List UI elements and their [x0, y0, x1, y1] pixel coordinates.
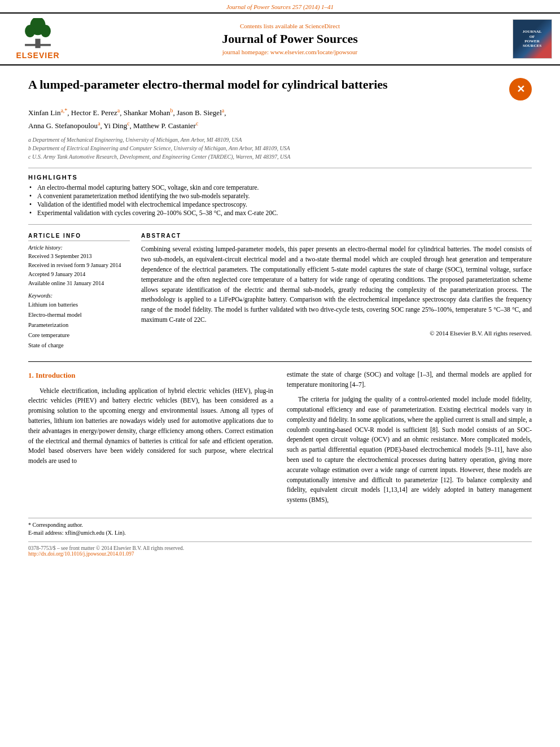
body-right-column: estimate the state of charge (SOC) and v… — [287, 370, 532, 510]
journal-thumbnail: JOURNALOFPOWERSOURCES — [511, 19, 553, 59]
article-title: A lumped-parameter electro-thermal model… — [28, 77, 504, 93]
divider-1 — [28, 168, 532, 168]
date-accepted: Accepted 9 January 2014 — [28, 270, 130, 279]
section-heading: 1. Introduction — [28, 370, 273, 381]
highlight-4: Experimental validation with cycles cove… — [28, 209, 532, 216]
intro-paragraph-right: estimate the state of charge (SOC) and v… — [287, 370, 532, 390]
history-label: Article history: — [28, 244, 130, 251]
abstract-text: Combining several existing lumped-parame… — [141, 244, 532, 325]
intro-paragraph-right-2: The criteria for judging the quality of … — [287, 395, 532, 505]
journal-cover-image: JOURNALOFPOWERSOURCES — [513, 19, 552, 59]
elsevier-label: ELSEVIER — [16, 51, 59, 60]
author-matthew: , Matthew P. Castanier — [130, 121, 196, 130]
svg-point-3 — [41, 25, 51, 37]
author-xinfan-sup: a,* — [60, 107, 67, 113]
info-dates: Received 3 September 2013 Received in re… — [28, 252, 130, 288]
top-bar: Journal of Power Sources 257 (2014) 1–41 — [0, 0, 560, 12]
elsevier-tree-icon — [15, 18, 60, 49]
main-content: A lumped-parameter electro-thermal model… — [0, 65, 560, 568]
highlight-3: Validation of the identified model with … — [28, 201, 532, 208]
svg-rect-4 — [25, 44, 51, 46]
body-columns: 1. Introduction Vehicle electrification,… — [28, 370, 532, 510]
body-left-column: 1. Introduction Vehicle electrification,… — [28, 370, 273, 510]
article-info-panel: ARTICLE INFO Article history: Received 3… — [28, 233, 130, 350]
footnotes-area: * Corresponding author. E-mail address: … — [28, 518, 532, 536]
journal-center-block: Contents lists available at ScienceDirec… — [69, 23, 511, 55]
affiliation-b: b Department of Electrical Engineering a… — [28, 144, 532, 152]
right-col-text: estimate the state of charge (SOC) and v… — [287, 371, 532, 388]
highlights-title: HIGHLIGHTS — [28, 174, 532, 181]
journal-homepage: journal homepage: www.elsevier.com/locat… — [69, 49, 511, 55]
footnote-email: E-mail address: xflin@umich.edu (X. Lin)… — [28, 530, 532, 536]
highlight-1: An electro-thermal model capturing batte… — [28, 184, 532, 191]
author-shankar: , Shankar Mohan — [120, 108, 170, 117]
issn-line: 0378-7753/$ – see front matter © 2014 El… — [28, 545, 532, 551]
footnote-corresponding: * Corresponding author. — [28, 522, 532, 528]
affiliations-block: a Department of Mechanical Engineering, … — [28, 136, 532, 161]
highlights-section: HIGHLIGHTS An electro-thermal model capt… — [28, 174, 532, 216]
author-anna: Anna G. Stefanopoulou — [28, 121, 98, 130]
abstract-panel: ABSTRACT Combining several existing lump… — [141, 233, 532, 350]
author-matthew-sup: c — [196, 120, 198, 126]
sciencedirect-notice: Contents lists available at ScienceDirec… — [69, 23, 511, 29]
affiliation-c: c U.S. Army Tank Automotive Research, De… — [28, 152, 532, 161]
body-section: 1. Introduction Vehicle electrification,… — [28, 361, 532, 510]
crossmark-icon: ✕ — [509, 78, 532, 101]
keyword-2: Electro-thermal model — [28, 310, 130, 320]
copyright-notice: © 2014 Elsevier B.V. All rights reserved… — [141, 330, 532, 337]
elsevier-logo: ELSEVIER — [7, 18, 69, 60]
divider-2 — [28, 224, 532, 225]
intro-paragraph-left: Vehicle electrification, including appli… — [28, 386, 273, 467]
article-info-title: ARTICLE INFO — [28, 233, 130, 241]
doi-link: http://dx.doi.org/10.1016/j.jpowsour.201… — [28, 551, 134, 557]
authors-block: Xinfan Lina,*, Hector E. Pereza, Shankar… — [28, 106, 532, 132]
keyword-3: Parameterization — [28, 320, 130, 330]
doi-line: http://dx.doi.org/10.1016/j.jpowsour.201… — [28, 551, 532, 557]
keywords-label: Keywords: — [28, 292, 130, 299]
abstract-title: ABSTRACT — [141, 233, 532, 241]
svg-point-2 — [25, 25, 35, 37]
comma-sep: , — [224, 108, 226, 117]
keyword-5: State of charge — [28, 340, 130, 351]
info-abstract-block: ARTICLE INFO Article history: Received 3… — [28, 233, 532, 350]
journal-citation: Journal of Power Sources 257 (2014) 1–41 — [226, 3, 334, 10]
author-xinfan: Xinfan Lin — [28, 108, 60, 117]
date-online: Available online 31 January 2014 — [28, 279, 130, 288]
keyword-1: Lithium ion batteries — [28, 300, 130, 310]
date-revised: Received in revised form 9 January 2014 — [28, 261, 130, 270]
highlight-2: A convenient parameterization method ide… — [28, 193, 532, 199]
journal-title-header: Journal of Power Sources — [69, 32, 511, 46]
bottom-bar: 0378-7753/$ – see front matter © 2014 El… — [28, 541, 532, 557]
date-received: Received 3 September 2013 — [28, 252, 130, 261]
affiliation-a: a Department of Mechanical Engineering, … — [28, 136, 532, 144]
author-jason: , Jason B. Siegel — [173, 108, 221, 117]
svg-rect-0 — [35, 39, 40, 49]
highlights-list: An electro-thermal model capturing batte… — [28, 184, 532, 216]
author-hector: , Hector E. Perez — [67, 108, 117, 117]
journal-header: ELSEVIER Contents lists available at Sci… — [0, 12, 560, 65]
keyword-4: Core temperature — [28, 330, 130, 340]
keywords-list: Lithium ion batteries Electro-thermal mo… — [28, 300, 130, 350]
author-yi: , Yi Ding — [100, 121, 128, 130]
